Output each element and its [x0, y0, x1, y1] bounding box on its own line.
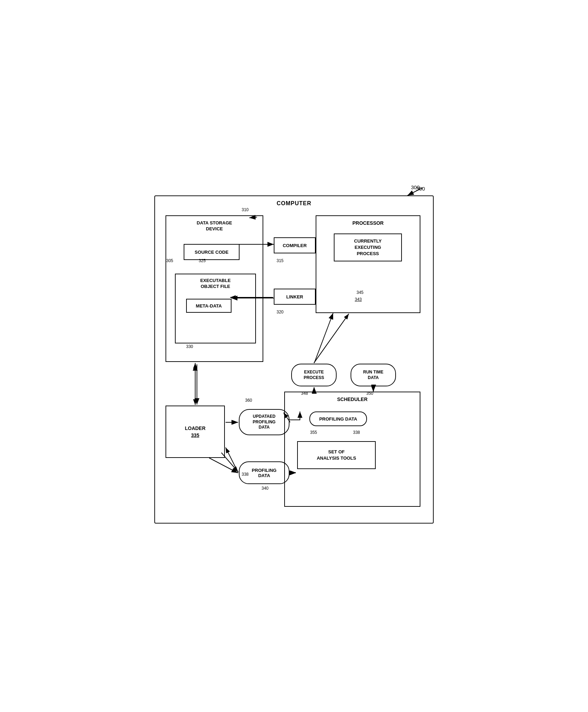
svg-line-11	[314, 314, 349, 363]
scheduler-box: SCHEDULER PROFILING DATA 355 338 SET OFA…	[284, 392, 420, 507]
run-time-data-label: RUN TIMEDATA	[363, 370, 383, 380]
compiler-label: COMPILER	[283, 243, 307, 248]
ref-338-inner: 338	[353, 430, 360, 435]
exec-obj-box: EXECUTABLEOBJECT FILE META-DATA 330	[175, 274, 256, 343]
processor-label: PROCESSOR	[352, 220, 383, 226]
diagram-page: 300 COMPUTER DATA STORAGEDEVICE SOURCE C…	[147, 178, 441, 534]
profiling-data-inner-label: PROFILING DATA	[319, 416, 357, 422]
execute-process-label: EXECUTEPROCESS	[304, 370, 324, 380]
ref-355: 355	[310, 430, 317, 435]
ref-360: 360	[245, 398, 252, 403]
set-analysis-box: SET OFANALYSIS TOOLS	[297, 441, 376, 469]
ref-343: 343	[355, 297, 362, 302]
compiler-box: COMPILER	[274, 237, 316, 253]
source-code-label: SOURCE CODE	[195, 250, 229, 255]
ref-338-bottom: 338	[242, 472, 249, 477]
svg-line-8	[226, 447, 238, 473]
run-time-data-box: RUN TIMEDATA	[351, 364, 396, 386]
ref-300-label: 300	[416, 186, 425, 192]
ref-325: 325	[199, 258, 206, 263]
profiling-data-inner-box: PROFILING DATA	[309, 411, 367, 426]
data-storage-label: DATA STORAGEDEVICE	[197, 220, 232, 232]
currently-exec-label: CURRENTLYEXECUTINGPROCESS	[354, 238, 382, 257]
linker-label: LINKER	[286, 294, 303, 299]
scheduler-label: SCHEDULER	[337, 396, 367, 402]
processor-box: PROCESSOR CURRENTLYEXECUTINGPROCESS 345 …	[316, 215, 420, 313]
ref-340: 340	[262, 486, 269, 491]
profiling-data-bottom-label: PROFILINGDATA	[252, 468, 277, 478]
execute-process-box: EXECUTEPROCESS	[291, 364, 337, 386]
loader-box: LOADER 335	[166, 406, 225, 458]
linker-box: LINKER	[274, 289, 316, 305]
computer-box: COMPUTER DATA STORAGEDEVICE SOURCE CODE …	[154, 195, 434, 524]
ref-330: 330	[186, 344, 193, 349]
ref-345: 345	[357, 290, 363, 295]
computer-label: COMPUTER	[277, 200, 311, 207]
meta-data-box: META-DATA	[186, 299, 231, 313]
set-analysis-label: SET OFANALYSIS TOOLS	[317, 449, 356, 461]
exec-obj-label: EXECUTABLEOBJECT FILE	[200, 278, 230, 290]
svg-line-24	[314, 313, 333, 363]
data-storage-box: DATA STORAGEDEVICE SOURCE CODE EXECUTABL…	[166, 215, 263, 362]
loader-ref: 335	[191, 432, 199, 438]
loader-label: LOADER	[185, 425, 205, 431]
ref-315: 315	[277, 258, 284, 263]
meta-data-label: META-DATA	[196, 303, 222, 309]
source-code-box: SOURCE CODE	[184, 244, 240, 260]
updated-profiling-label: UPDATAEDPROFILINGDATA	[253, 414, 275, 430]
updated-profiling-box: UPDATAEDPROFILINGDATA	[239, 409, 289, 435]
currently-exec-box: CURRENTLYEXECUTINGPROCESS	[334, 233, 402, 261]
ref-305: 305	[166, 258, 173, 263]
ref-310: 310	[242, 207, 249, 212]
svg-line-13	[314, 314, 349, 363]
ref-320: 320	[277, 310, 284, 314]
